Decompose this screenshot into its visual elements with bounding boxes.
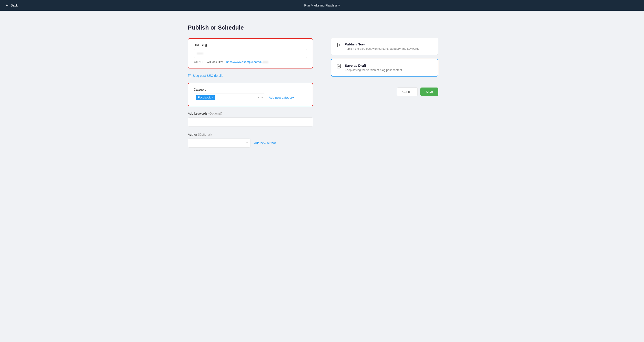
- keywords-label: Add keywords (Optional): [188, 112, 313, 115]
- select-arrow-icon[interactable]: ▾: [262, 96, 263, 99]
- right-column: Publish Now Publish the blog post with c…: [331, 24, 438, 148]
- seo-details-link[interactable]: Blog post SEO details: [188, 74, 313, 78]
- info-icon: [188, 74, 192, 78]
- url-slug-section: URL Slug Your URL will look like: – http…: [188, 38, 313, 69]
- author-select-wrapper: ▾: [188, 139, 250, 148]
- divider: [331, 82, 438, 82]
- author-section: Author (Optional) ▾ Add new author: [188, 133, 313, 148]
- save-draft-content: Save as Draft Keep saving the version of…: [345, 64, 402, 72]
- back-button[interactable]: Back: [5, 4, 18, 7]
- svg-marker-3: [338, 44, 340, 47]
- author-row: ▾ Add new author: [188, 139, 313, 148]
- main-content: Publish or Schedule URL Slug Your URL wi…: [161, 11, 483, 161]
- publish-now-content: Publish Now Publish the blog post with c…: [344, 42, 420, 50]
- url-slug-label: URL Slug: [194, 43, 307, 47]
- author-select[interactable]: [188, 139, 250, 148]
- keywords-input[interactable]: [188, 118, 313, 126]
- select-clear-button[interactable]: ×: [258, 96, 260, 100]
- category-row: Facebook × × ▾ Add new category: [194, 94, 307, 101]
- action-buttons: Cancel Save: [331, 88, 438, 96]
- add-author-link[interactable]: Add new author: [254, 141, 276, 145]
- svg-rect-0: [188, 74, 191, 77]
- select-controls: × ▾: [258, 96, 263, 100]
- seo-link-label: Blog post SEO details: [193, 74, 223, 78]
- header-title: Run Marketing Flawlessly: [304, 4, 340, 7]
- page-title: Publish or Schedule: [188, 24, 313, 31]
- facebook-tag: Facebook ×: [196, 95, 215, 100]
- publish-icon: [336, 43, 341, 48]
- url-slug-input[interactable]: [194, 49, 307, 58]
- draft-icon: [337, 64, 341, 69]
- author-label: Author (Optional): [188, 133, 313, 136]
- app-header: Back Run Marketing Flawlessly: [0, 0, 644, 11]
- add-category-link[interactable]: Add new category: [269, 96, 294, 99]
- back-label: Back: [11, 4, 18, 7]
- save-draft-title: Save as Draft: [345, 64, 402, 67]
- category-label: Category: [194, 88, 307, 91]
- left-column: Publish or Schedule URL Slug Your URL wi…: [188, 24, 313, 148]
- publish-now-card[interactable]: Publish Now Publish the blog post with c…: [331, 38, 438, 55]
- category-tag-select[interactable]: Facebook × × ▾: [194, 94, 265, 101]
- save-draft-desc: Keep saving the version of blog post con…: [345, 68, 402, 72]
- tag-remove-button[interactable]: ×: [212, 96, 213, 99]
- keywords-section: Add keywords (Optional): [188, 112, 313, 126]
- save-button[interactable]: Save: [420, 88, 438, 96]
- publish-now-desc: Publish the blog post with content, cate…: [344, 47, 420, 50]
- url-preview: Your URL will look like: – https://www.e…: [194, 60, 307, 64]
- publish-now-title: Publish Now: [344, 42, 420, 46]
- save-draft-card[interactable]: Save as Draft Keep saving the version of…: [331, 59, 438, 77]
- cancel-button[interactable]: Cancel: [397, 88, 418, 96]
- category-section: Category Facebook × × ▾ Add new category: [188, 83, 313, 106]
- url-preview-link[interactable]: https://www.example.com/b/xxxx: [226, 60, 268, 64]
